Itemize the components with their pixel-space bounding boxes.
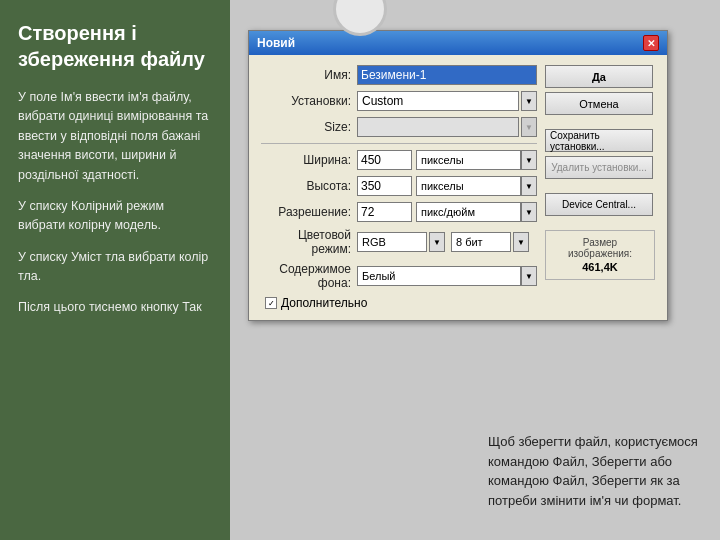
size-info-label: Размер изображения: [554,237,646,259]
preset-select-display[interactable]: Custom [357,91,519,111]
color-mode-select[interactable]: RGB [357,232,427,252]
bg-label: Содержимое фона: [261,262,351,290]
dialog-close-button[interactable]: ✕ [643,35,659,51]
height-input[interactable] [357,176,412,196]
resolution-label: Разрешение: [261,205,351,219]
resolution-row: Разрешение: пикс/дюйм ▼ [261,202,537,222]
name-row: Имя: [261,65,537,85]
height-unit-display[interactable]: пикселы [416,176,521,196]
color-mode-row: Цветовой режим: RGB ▼ 8 бит ▼ [261,228,537,256]
resolution-unit-display[interactable]: пикс/дюйм [416,202,521,222]
bg-select[interactable]: Белый [357,266,521,286]
width-unit-arrow[interactable]: ▼ [521,150,537,170]
cancel-button[interactable]: Отмена [545,92,653,115]
main-content: Новий ✕ Имя: Установки: Custom ▼ [230,0,720,540]
width-input[interactable] [357,150,412,170]
size-row: Size: ▼ [261,117,537,137]
size-info-box: Размер изображения: 461,4K [545,230,655,280]
name-label: Имя: [261,68,351,82]
resolution-unit-wrapper: пикс/дюйм ▼ [416,202,537,222]
additional-row: ✓ Дополнительно [261,296,537,310]
width-unit-wrapper: пикселы ▼ [416,150,537,170]
width-row: Ширина: пикселы ▼ [261,150,537,170]
resolution-input[interactable] [357,202,412,222]
size-select-wrapper: ▼ [357,117,537,137]
bottom-description: Щоб зберегти файл, користуємося командою… [488,432,704,510]
name-input[interactable] [357,65,537,85]
size-select-display[interactable] [357,117,519,137]
device-central-button[interactable]: Device Central... [545,193,653,216]
height-unit-wrapper: пикселы ▼ [416,176,537,196]
sidebar-paragraph-3: У списку Уміст тла вибрати колір тла. [18,248,212,287]
bg-arrow[interactable]: ▼ [521,266,537,286]
dialog-body: Имя: Установки: Custom ▼ Size: [249,55,667,320]
preset-select-arrow[interactable]: ▼ [521,91,537,111]
save-preset-button[interactable]: Сохранить установки... [545,129,653,152]
additional-checkbox[interactable]: ✓ [265,297,277,309]
resolution-unit-arrow[interactable]: ▼ [521,202,537,222]
bg-select-wrapper: Белый ▼ [357,266,537,286]
bit-depth-arrow[interactable]: ▼ [513,232,529,252]
sidebar-paragraph-1: У поле Ім'я ввести ім'я файлу, вибрати о… [18,88,212,185]
form-separator [261,143,537,144]
sidebar-title: Створення і збереження файлу [18,20,212,72]
height-unit-arrow[interactable]: ▼ [521,176,537,196]
size-select-arrow[interactable]: ▼ [521,117,537,137]
dialog-buttons: Да Отмена Сохранить установки... Удалить… [545,65,655,310]
dialog-titlebar: Новий ✕ [249,31,667,55]
color-mode-label: Цветовой режим: [261,228,351,256]
button-divider-2 [545,183,655,189]
preset-row: Установки: Custom ▼ [261,91,537,111]
size-label: Size: [261,120,351,134]
color-mode-arrow[interactable]: ▼ [429,232,445,252]
new-file-dialog: Новий ✕ Имя: Установки: Custom ▼ [248,30,668,321]
height-label: Высота: [261,179,351,193]
ok-button[interactable]: Да [545,65,653,88]
width-label: Ширина: [261,153,351,167]
sidebar: Створення і збереження файлу У поле Ім'я… [0,0,230,540]
dialog-form: Имя: Установки: Custom ▼ Size: [261,65,537,310]
delete-preset-button[interactable]: Удалить установки... [545,156,653,179]
size-info-value: 461,4K [554,261,646,273]
sidebar-paragraph-4: Після цього тиснемо кнопку Так [18,298,212,317]
preset-select-wrapper: Custom ▼ [357,91,537,111]
height-row: Высота: пикселы ▼ [261,176,537,196]
additional-checkbox-wrapper[interactable]: ✓ Дополнительно [265,296,367,310]
dialog-title: Новий [257,36,295,50]
preset-label: Установки: [261,94,351,108]
bg-row: Содержимое фона: Белый ▼ [261,262,537,290]
sidebar-paragraph-2: У списку Колірний режим вибрати колірну … [18,197,212,236]
bit-depth-select[interactable]: 8 бит [451,232,511,252]
color-mode-controls: RGB ▼ 8 бит ▼ [357,232,537,252]
button-divider [545,119,655,125]
width-unit-display[interactable]: пикселы [416,150,521,170]
additional-label: Дополнительно [281,296,367,310]
